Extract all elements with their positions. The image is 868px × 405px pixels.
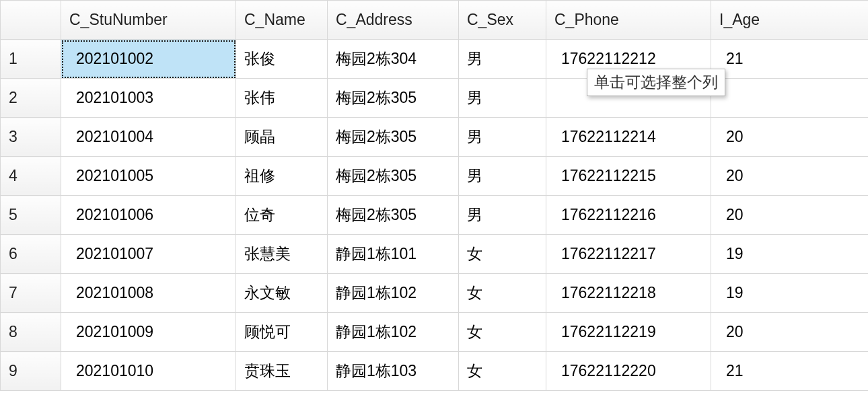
cell-age[interactable]	[711, 79, 869, 118]
row-header[interactable]: 2	[1, 79, 61, 118]
col-header-sex[interactable]: C_Sex	[459, 1, 546, 40]
cell-age[interactable]: 20	[711, 118, 869, 157]
cell-address[interactable]: 梅园2栋305	[328, 157, 459, 196]
cell-stunum[interactable]: 202101009	[61, 313, 236, 352]
row-header[interactable]: 6	[1, 235, 61, 274]
row-header[interactable]: 3	[1, 118, 61, 157]
cell-stunum[interactable]: 202101004	[61, 118, 236, 157]
cell-stunum[interactable]: 202101008	[61, 274, 236, 313]
cell-name[interactable]: 张慧美	[236, 235, 328, 274]
table-row: 2202101003张伟梅园2栋305男	[1, 79, 869, 118]
cell-phone[interactable]: 17622112214	[546, 118, 711, 157]
cell-stunum[interactable]: 202101005	[61, 157, 236, 196]
table-row: 9202101010贲珠玉静园1栋103女1762211222021	[1, 352, 869, 391]
row-header[interactable]: 9	[1, 352, 61, 391]
cell-address[interactable]: 梅园2栋305	[328, 79, 459, 118]
cell-sex[interactable]: 男	[459, 40, 546, 79]
table-row: 6202101007张慧美静园1栋101女1762211221719	[1, 235, 869, 274]
col-header-address[interactable]: C_Address	[328, 1, 459, 40]
cell-name[interactable]: 顾晶	[236, 118, 328, 157]
cell-sex[interactable]: 男	[459, 196, 546, 235]
table-row: 1202101002张俊梅园2栋304男1762211221221	[1, 40, 869, 79]
data-grid: C_StuNumber C_Name C_Address C_Sex C_Pho…	[0, 0, 868, 391]
cell-phone[interactable]: 17622112219	[546, 313, 711, 352]
cell-sex[interactable]: 女	[459, 352, 546, 391]
cell-sex[interactable]: 女	[459, 274, 546, 313]
cell-stunum[interactable]: 202101002	[61, 40, 236, 79]
column-select-tooltip: 单击可选择整个列	[587, 69, 725, 96]
cell-stunum[interactable]: 202101007	[61, 235, 236, 274]
cell-name[interactable]: 祖修	[236, 157, 328, 196]
cell-age[interactable]: 20	[711, 313, 869, 352]
col-header-stunum[interactable]: C_StuNumber	[61, 1, 236, 40]
cell-phone[interactable]: 17622112220	[546, 352, 711, 391]
cell-name[interactable]: 张伟	[236, 79, 328, 118]
cell-age[interactable]: 20	[711, 157, 869, 196]
cell-address[interactable]: 静园1栋101	[328, 235, 459, 274]
cell-address[interactable]: 静园1栋102	[328, 313, 459, 352]
cell-name[interactable]: 永文敏	[236, 274, 328, 313]
cell-phone[interactable]: 17622112216	[546, 196, 711, 235]
cell-age[interactable]: 19	[711, 235, 869, 274]
cell-age[interactable]: 21	[711, 40, 869, 79]
cell-address[interactable]: 梅园2栋305	[328, 118, 459, 157]
row-header[interactable]: 4	[1, 157, 61, 196]
col-header-name[interactable]: C_Name	[236, 1, 328, 40]
table-row: 5202101006位奇梅园2栋305男1762211221620	[1, 196, 869, 235]
cell-sex[interactable]: 女	[459, 313, 546, 352]
cell-name[interactable]: 张俊	[236, 40, 328, 79]
table-row: 7202101008永文敏静园1栋102女1762211221819	[1, 274, 869, 313]
cell-name[interactable]: 位奇	[236, 196, 328, 235]
row-header[interactable]: 5	[1, 196, 61, 235]
cell-address[interactable]: 静园1栋103	[328, 352, 459, 391]
cell-phone[interactable]: 17622112215	[546, 157, 711, 196]
cell-name[interactable]: 贲珠玉	[236, 352, 328, 391]
row-header[interactable]: 7	[1, 274, 61, 313]
cell-sex[interactable]: 男	[459, 157, 546, 196]
cell-stunum[interactable]: 202101003	[61, 79, 236, 118]
header-row: C_StuNumber C_Name C_Address C_Sex C_Pho…	[1, 1, 869, 40]
cell-phone[interactable]: 17622112218	[546, 274, 711, 313]
cell-name[interactable]: 顾悦可	[236, 313, 328, 352]
corner-cell[interactable]	[1, 1, 61, 40]
results-table: C_StuNumber C_Name C_Address C_Sex C_Pho…	[0, 0, 868, 391]
col-header-age[interactable]: I_Age	[711, 1, 869, 40]
cell-address[interactable]: 梅园2栋305	[328, 196, 459, 235]
cell-stunum[interactable]: 202101010	[61, 352, 236, 391]
table-row: 8202101009顾悦可静园1栋102女1762211221920	[1, 313, 869, 352]
table-row: 3202101004顾晶梅园2栋305男1762211221420	[1, 118, 869, 157]
col-header-phone[interactable]: C_Phone	[546, 1, 711, 40]
row-header[interactable]: 8	[1, 313, 61, 352]
cell-stunum[interactable]: 202101006	[61, 196, 236, 235]
cell-phone[interactable]: 17622112217	[546, 235, 711, 274]
row-header[interactable]: 1	[1, 40, 61, 79]
table-body: 1202101002张俊梅园2栋304男17622112212212202101…	[1, 40, 869, 391]
cell-address[interactable]: 静园1栋102	[328, 274, 459, 313]
cell-age[interactable]: 19	[711, 274, 869, 313]
cell-age[interactable]: 20	[711, 196, 869, 235]
cell-sex[interactable]: 女	[459, 235, 546, 274]
cell-sex[interactable]: 男	[459, 118, 546, 157]
cell-age[interactable]: 21	[711, 352, 869, 391]
table-row: 4202101005祖修梅园2栋305男1762211221520	[1, 157, 869, 196]
cell-address[interactable]: 梅园2栋304	[328, 40, 459, 79]
cell-sex[interactable]: 男	[459, 79, 546, 118]
